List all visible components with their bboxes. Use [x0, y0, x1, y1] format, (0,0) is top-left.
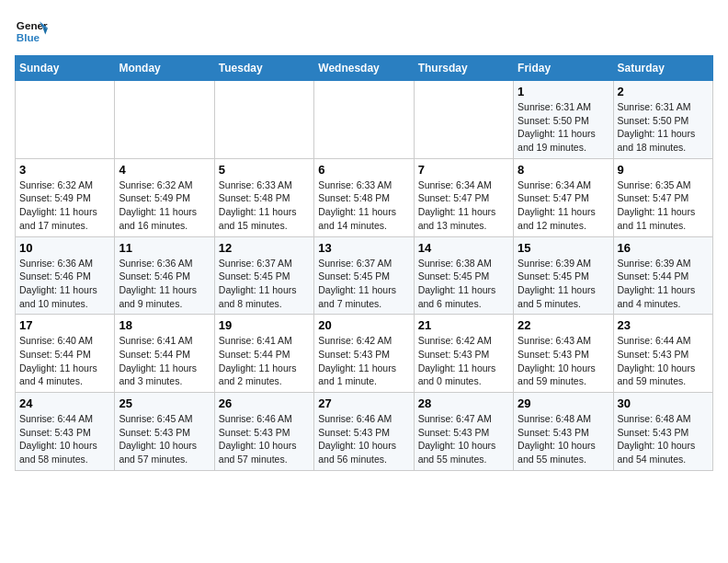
calendar-cell: 23Sunrise: 6:44 AM Sunset: 5:43 PM Dayli…	[613, 315, 712, 393]
calendar-cell: 13Sunrise: 6:37 AM Sunset: 5:45 PM Dayli…	[314, 236, 414, 315]
calendar-week-1: 1Sunrise: 6:31 AM Sunset: 5:50 PM Daylig…	[16, 81, 713, 159]
day-number: 7	[418, 163, 509, 177]
day-number: 10	[19, 241, 110, 255]
header-tuesday: Tuesday	[214, 56, 313, 81]
calendar-cell: 24Sunrise: 6:44 AM Sunset: 5:43 PM Dayli…	[16, 393, 115, 471]
calendar-cell	[414, 81, 513, 159]
day-number: 19	[219, 318, 310, 332]
calendar-cell: 27Sunrise: 6:46 AM Sunset: 5:43 PM Dayli…	[314, 393, 414, 471]
calendar-week-2: 3Sunrise: 6:32 AM Sunset: 5:49 PM Daylig…	[16, 158, 713, 236]
day-info: Sunrise: 6:39 AM Sunset: 5:45 PM Dayligh…	[518, 257, 609, 311]
calendar-cell: 30Sunrise: 6:48 AM Sunset: 5:43 PM Dayli…	[613, 393, 712, 471]
calendar-table: SundayMondayTuesdayWednesdayThursdayFrid…	[15, 55, 713, 471]
day-info: Sunrise: 6:48 AM Sunset: 5:43 PM Dayligh…	[618, 412, 709, 466]
day-number: 17	[19, 318, 110, 332]
calendar-cell: 22Sunrise: 6:43 AM Sunset: 5:43 PM Dayli…	[514, 315, 613, 393]
logo: General Blue	[15, 15, 48, 48]
logo-icon: General Blue	[15, 15, 48, 48]
calendar-cell: 14Sunrise: 6:38 AM Sunset: 5:45 PM Dayli…	[414, 236, 513, 315]
calendar-cell: 5Sunrise: 6:33 AM Sunset: 5:48 PM Daylig…	[214, 158, 313, 236]
day-number: 22	[518, 318, 609, 332]
day-number: 21	[418, 318, 509, 332]
day-number: 26	[219, 396, 310, 410]
day-info: Sunrise: 6:41 AM Sunset: 5:44 PM Dayligh…	[119, 334, 210, 388]
header-monday: Monday	[115, 56, 214, 81]
page-header: General Blue	[15, 15, 713, 48]
day-info: Sunrise: 6:31 AM Sunset: 5:50 PM Dayligh…	[518, 100, 609, 155]
calendar-cell: 15Sunrise: 6:39 AM Sunset: 5:45 PM Dayli…	[514, 236, 613, 315]
day-info: Sunrise: 6:33 AM Sunset: 5:48 PM Dayligh…	[318, 178, 409, 233]
day-info: Sunrise: 6:42 AM Sunset: 5:43 PM Dayligh…	[318, 334, 409, 388]
calendar-cell: 26Sunrise: 6:46 AM Sunset: 5:43 PM Dayli…	[214, 393, 313, 471]
day-info: Sunrise: 6:42 AM Sunset: 5:43 PM Dayligh…	[418, 334, 509, 388]
day-number: 3	[19, 163, 110, 177]
calendar-header-row: SundayMondayTuesdayWednesdayThursdayFrid…	[16, 56, 713, 81]
day-number: 18	[119, 318, 210, 332]
calendar-cell: 2Sunrise: 6:31 AM Sunset: 5:50 PM Daylig…	[613, 81, 712, 159]
calendar-cell: 4Sunrise: 6:32 AM Sunset: 5:49 PM Daylig…	[115, 158, 214, 236]
day-number: 16	[618, 241, 709, 255]
day-number: 25	[119, 396, 210, 410]
header-saturday: Saturday	[613, 56, 712, 81]
svg-text:Blue: Blue	[17, 31, 40, 43]
day-number: 6	[318, 163, 409, 177]
calendar-week-5: 24Sunrise: 6:44 AM Sunset: 5:43 PM Dayli…	[16, 393, 713, 471]
day-number: 29	[518, 396, 609, 410]
calendar-cell: 18Sunrise: 6:41 AM Sunset: 5:44 PM Dayli…	[115, 315, 214, 393]
calendar-cell: 21Sunrise: 6:42 AM Sunset: 5:43 PM Dayli…	[414, 315, 513, 393]
day-info: Sunrise: 6:41 AM Sunset: 5:44 PM Dayligh…	[219, 334, 310, 388]
day-number: 24	[19, 396, 110, 410]
day-info: Sunrise: 6:37 AM Sunset: 5:45 PM Dayligh…	[219, 257, 310, 311]
calendar-cell: 10Sunrise: 6:36 AM Sunset: 5:46 PM Dayli…	[16, 236, 115, 315]
header-thursday: Thursday	[414, 56, 513, 81]
day-info: Sunrise: 6:31 AM Sunset: 5:50 PM Dayligh…	[618, 100, 709, 155]
day-info: Sunrise: 6:40 AM Sunset: 5:44 PM Dayligh…	[19, 334, 110, 388]
day-info: Sunrise: 6:35 AM Sunset: 5:47 PM Dayligh…	[618, 178, 709, 233]
calendar-cell	[115, 81, 214, 159]
calendar-cell: 17Sunrise: 6:40 AM Sunset: 5:44 PM Dayli…	[16, 315, 115, 393]
calendar-cell: 7Sunrise: 6:34 AM Sunset: 5:47 PM Daylig…	[414, 158, 513, 236]
day-number: 5	[219, 163, 310, 177]
calendar-cell: 3Sunrise: 6:32 AM Sunset: 5:49 PM Daylig…	[16, 158, 115, 236]
calendar-cell: 28Sunrise: 6:47 AM Sunset: 5:43 PM Dayli…	[414, 393, 513, 471]
day-number: 8	[518, 163, 609, 177]
day-info: Sunrise: 6:44 AM Sunset: 5:43 PM Dayligh…	[19, 412, 110, 466]
calendar-cell: 8Sunrise: 6:34 AM Sunset: 5:47 PM Daylig…	[514, 158, 613, 236]
day-info: Sunrise: 6:34 AM Sunset: 5:47 PM Dayligh…	[518, 178, 609, 233]
calendar-cell: 29Sunrise: 6:48 AM Sunset: 5:43 PM Dayli…	[514, 393, 613, 471]
day-number: 1	[518, 85, 609, 98]
header-sunday: Sunday	[16, 56, 115, 81]
calendar-cell	[16, 81, 115, 159]
day-info: Sunrise: 6:33 AM Sunset: 5:48 PM Dayligh…	[219, 178, 310, 233]
day-info: Sunrise: 6:32 AM Sunset: 5:49 PM Dayligh…	[19, 178, 110, 233]
calendar-cell: 20Sunrise: 6:42 AM Sunset: 5:43 PM Dayli…	[314, 315, 414, 393]
day-info: Sunrise: 6:46 AM Sunset: 5:43 PM Dayligh…	[219, 412, 310, 466]
day-info: Sunrise: 6:32 AM Sunset: 5:49 PM Dayligh…	[119, 178, 210, 233]
calendar-cell: 6Sunrise: 6:33 AM Sunset: 5:48 PM Daylig…	[314, 158, 414, 236]
day-number: 27	[318, 396, 409, 410]
header-friday: Friday	[514, 56, 613, 81]
day-number: 23	[618, 318, 709, 332]
calendar-cell	[214, 81, 313, 159]
day-info: Sunrise: 6:36 AM Sunset: 5:46 PM Dayligh…	[19, 257, 110, 311]
day-info: Sunrise: 6:45 AM Sunset: 5:43 PM Dayligh…	[119, 412, 210, 466]
day-info: Sunrise: 6:38 AM Sunset: 5:45 PM Dayligh…	[418, 257, 509, 311]
calendar-cell: 9Sunrise: 6:35 AM Sunset: 5:47 PM Daylig…	[613, 158, 712, 236]
day-info: Sunrise: 6:39 AM Sunset: 5:44 PM Dayligh…	[618, 257, 709, 311]
day-number: 12	[219, 241, 310, 255]
day-info: Sunrise: 6:34 AM Sunset: 5:47 PM Dayligh…	[418, 178, 509, 233]
day-info: Sunrise: 6:36 AM Sunset: 5:46 PM Dayligh…	[119, 257, 210, 311]
day-number: 11	[119, 241, 210, 255]
day-number: 20	[318, 318, 409, 332]
day-number: 14	[418, 241, 509, 255]
calendar-week-3: 10Sunrise: 6:36 AM Sunset: 5:46 PM Dayli…	[16, 236, 713, 315]
day-info: Sunrise: 6:48 AM Sunset: 5:43 PM Dayligh…	[518, 412, 609, 466]
day-number: 13	[318, 241, 409, 255]
calendar-cell: 12Sunrise: 6:37 AM Sunset: 5:45 PM Dayli…	[214, 236, 313, 315]
day-number: 4	[119, 163, 210, 177]
calendar-cell: 25Sunrise: 6:45 AM Sunset: 5:43 PM Dayli…	[115, 393, 214, 471]
day-info: Sunrise: 6:44 AM Sunset: 5:43 PM Dayligh…	[618, 334, 709, 388]
day-number: 2	[618, 85, 709, 98]
day-number: 9	[618, 163, 709, 177]
calendar-cell: 1Sunrise: 6:31 AM Sunset: 5:50 PM Daylig…	[514, 81, 613, 159]
